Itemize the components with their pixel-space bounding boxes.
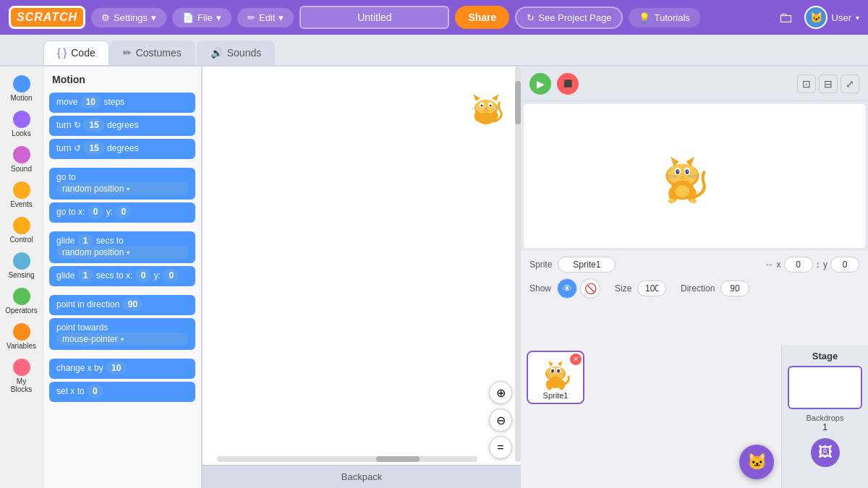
green-flag-button[interactable]: ▶ [529, 73, 551, 95]
stage-controls: ▶ ⬛ ⊡ ⊟ ⤢ [521, 67, 868, 101]
sidebar-item-my-blocks[interactable]: My Blocks [3, 356, 41, 396]
cat-sprite-thumbnail [464, 81, 499, 116]
svg-point-3 [476, 100, 496, 114]
show-hidden-button[interactable]: 🚫 [580, 278, 600, 299]
normal-stage-button[interactable]: ⊟ [819, 74, 838, 93]
svg-point-24 [676, 169, 679, 174]
sidebar-item-sound[interactable]: Sound [3, 143, 41, 176]
add-backdrop-icon: 🖼 [818, 444, 833, 461]
project-title-input[interactable] [299, 6, 449, 29]
sprite-delete-button[interactable]: ✕ [570, 354, 582, 365]
scratch-logo[interactable]: SCRATCH [9, 6, 85, 29]
share-button[interactable]: Share [455, 6, 509, 29]
show-visible-button[interactable]: 👁 [557, 278, 577, 299]
user-area[interactable]: 🐱 User ▾ [804, 6, 859, 29]
sidebar-item-variables[interactable]: Variables [3, 320, 41, 353]
stage-thumbnail[interactable] [788, 366, 862, 409]
horizontal-scrollbar[interactable] [217, 456, 477, 462]
svg-marker-5 [492, 94, 499, 101]
block-turn-right[interactable]: turn ↻ 15 degrees [49, 116, 195, 136]
svg-point-9 [490, 105, 492, 107]
sprite-name-label: Sprite [529, 260, 552, 270]
block-set-x[interactable]: set x to 0 [49, 382, 195, 402]
block-goto[interactable]: go to random position ▾ [49, 168, 195, 200]
edit-icon: ✏ [247, 12, 255, 23]
svg-point-25 [686, 169, 689, 174]
block-move[interactable]: move 10 steps [49, 93, 195, 113]
stage-view-buttons: ⊡ ⊟ ⤢ [797, 74, 859, 93]
script-area[interactable]: ⊕ ⊖ = Backpack [203, 67, 521, 488]
block-glide-random[interactable]: glide 1 secs to random position ▾ [49, 231, 195, 263]
goto-dropdown-arrow: ▾ [127, 186, 129, 192]
small-stage-button[interactable]: ⊡ [797, 74, 816, 93]
block-glide-xy[interactable]: glide 1 secs to x: 0 y: 0 [49, 266, 195, 286]
block-point-direction[interactable]: point in direction 90 [49, 295, 195, 315]
sidebar-item-looks[interactable]: Looks [3, 108, 41, 140]
block-point-towards[interactable]: point towards mouse-pointer ▾ [49, 318, 195, 350]
sidebar-item-operators[interactable]: Operators [3, 285, 41, 317]
blocks-category-title: Motion [49, 72, 195, 87]
add-backdrop-button[interactable]: 🖼 [811, 438, 840, 467]
sidebar-item-sensing[interactable]: Sensing [3, 249, 41, 282]
block-goto-xy[interactable]: go to x: 0 y: 0 [49, 202, 195, 223]
vertical-scrollbar[interactable] [515, 67, 521, 462]
stage-canvas [524, 104, 865, 248]
tab-code[interactable]: { } Code [43, 40, 109, 65]
edit-button[interactable]: ✏ Edit ▾ [237, 8, 294, 27]
eye-open-icon: 👁 [562, 283, 572, 294]
tab-sounds[interactable]: 🔊 Sounds [197, 40, 275, 65]
sprite-thumb-sprite1[interactable]: ✕ [527, 351, 584, 404]
block-turn-left[interactable]: turn ↺ 15 degrees [49, 139, 195, 159]
folder-button[interactable]: 🗀 [773, 7, 799, 29]
size-label: Size [615, 283, 631, 294]
stage-panel: Stage Backdrops 1 🖼 [781, 345, 868, 489]
sidebar-item-events[interactable]: Events [3, 179, 41, 211]
tutorials-icon: 💡 [639, 12, 650, 23]
sprite-name-input[interactable] [558, 257, 616, 273]
direction-input[interactable] [720, 281, 749, 296]
backpack-bar[interactable]: Backpack [203, 465, 521, 488]
add-sprite-button[interactable]: 🐱 [739, 445, 774, 479]
sprite-thumb-name: Sprite1 [543, 391, 569, 400]
settings-button[interactable]: ⚙ Settings ▾ [91, 8, 166, 27]
backpack-label: Backpack [341, 471, 382, 482]
sidebar-item-control[interactable]: Control [3, 214, 41, 247]
stop-button[interactable]: ⬛ [557, 73, 579, 95]
svg-point-27 [687, 171, 689, 172]
x-input[interactable] [784, 257, 813, 273]
show-icons: 👁 🚫 [557, 278, 600, 299]
zoom-in-icon: ⊕ [496, 386, 506, 400]
folder-icon: 🗀 [778, 9, 793, 25]
svg-point-10 [485, 108, 488, 110]
file-button[interactable]: 📄 File ▾ [172, 8, 231, 27]
sidebar-item-motion[interactable]: Motion [3, 72, 41, 105]
zoom-in-button[interactable]: ⊕ [489, 381, 512, 404]
svg-point-37 [676, 185, 690, 197]
zoom-reset-button[interactable]: = [489, 436, 512, 459]
tabs-row: { } Code ✏ Costumes 🔊 Sounds [0, 35, 868, 67]
see-project-icon: ↻ [527, 12, 535, 23]
script-toolbar: ⊕ ⊖ = [489, 381, 512, 459]
block-change-x[interactable]: change x by 10 [49, 359, 195, 379]
code-icon: { } [57, 47, 67, 59]
y-input[interactable] [830, 257, 859, 273]
x-label: x [777, 260, 781, 270]
tutorials-button[interactable]: 💡 Tutorials [629, 8, 699, 27]
file-chevron-icon: ▾ [216, 12, 221, 23]
stop-icon: ⬛ [563, 80, 572, 87]
show-label: Show [529, 283, 551, 294]
size-input[interactable] [637, 281, 666, 296]
sprite-info-panel: Sprite ↔ x ↕ y Show 👁 [521, 251, 868, 345]
see-project-button[interactable]: ↻ See Project Page [515, 7, 623, 29]
zoom-out-button[interactable]: ⊖ [489, 408, 512, 432]
add-sprite-icon: 🐱 [747, 453, 767, 471]
fullscreen-icon: ⤢ [846, 78, 854, 90]
y-label: y [823, 260, 827, 270]
tab-costumes[interactable]: ✏ Costumes [109, 40, 195, 65]
glide-dropdown-arrow: ▾ [127, 249, 129, 256]
turn-clockwise-icon: ↻ [74, 120, 81, 130]
edit-chevron-icon: ▾ [278, 12, 284, 23]
fullscreen-button[interactable]: ⤢ [841, 74, 859, 93]
svg-marker-40 [548, 361, 553, 367]
file-icon: 📄 [182, 12, 194, 23]
